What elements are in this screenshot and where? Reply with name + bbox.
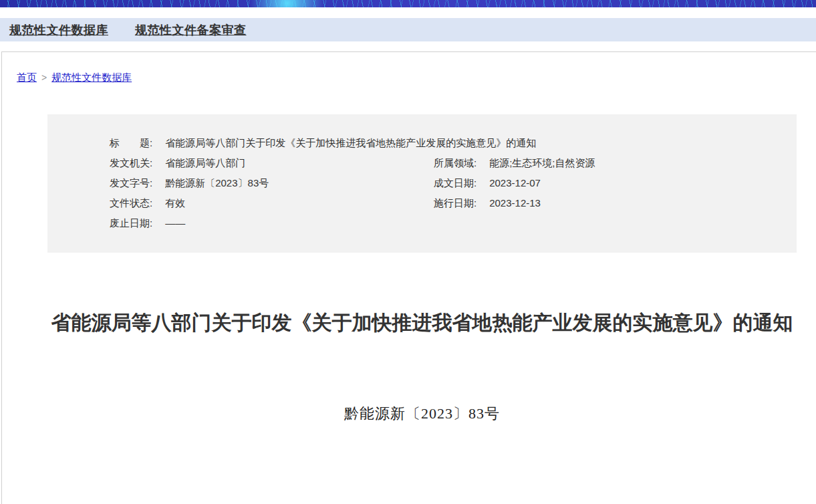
meta-row-status: 文件状态: 有效 施行日期: 2023-12-13 xyxy=(47,193,797,213)
meta-repeal-date-label: 废止日期: xyxy=(110,213,152,233)
document-title: 省能源局等八部门关于印发《关于加快推进我省地热能产业发展的实施意见》的通知 xyxy=(48,305,797,341)
meta-docno-label: 发文字号: xyxy=(110,173,152,193)
meta-issuer-value: 省能源局等八部门 xyxy=(165,153,245,173)
breadcrumb-home-link[interactable]: 首页 xyxy=(17,72,37,83)
meta-row-title: 标 题: 省能源局等八部门关于印发《关于加快推进我省地热能产业发展的实施意见》的… xyxy=(47,133,797,153)
tab-regulatory-file-database[interactable]: 规范性文件数据库 xyxy=(9,22,108,38)
meta-title-field: 标 题: 省能源局等八部门关于印发《关于加快推进我省地热能产业发展的实施意见》的… xyxy=(110,133,434,153)
meta-field-area: 所属领域: 能源;生态环境;自然资源 xyxy=(434,153,595,173)
meta-status-field: 文件状态: 有效 xyxy=(110,193,434,213)
meta-field-area-value: 能源;生态环境;自然资源 xyxy=(489,153,595,173)
meta-title-value: 省能源局等八部门关于印发《关于加快推进我省地热能产业发展的实施意见》的通知 xyxy=(165,133,536,153)
meta-title-label: 标 题: xyxy=(110,133,152,153)
meta-written-date-field: 成文日期: 2023-12-07 xyxy=(434,173,541,193)
meta-written-date-label: 成文日期: xyxy=(434,173,477,193)
meta-repeal-date-value: —— xyxy=(165,213,185,233)
breadcrumb-separator: > xyxy=(41,72,47,83)
document-metadata-box: 标 题: 省能源局等八部门关于印发《关于加快推进我省地热能产业发展的实施意见》的… xyxy=(47,114,797,253)
meta-row-docno: 发文字号: 黔能源新〔2023〕83号 成文日期: 2023-12-07 xyxy=(47,173,797,193)
meta-status-value: 有效 xyxy=(165,193,185,213)
meta-effective-date-field: 施行日期: 2023-12-13 xyxy=(434,193,541,213)
meta-status-label: 文件状态: xyxy=(110,193,152,213)
meta-issuer-field: 发文机关: 省能源局等八部门 xyxy=(110,153,434,173)
meta-field-area-label: 所属领域: xyxy=(434,153,477,173)
meta-effective-date-value: 2023-12-13 xyxy=(489,193,541,213)
breadcrumb-current-link[interactable]: 规范性文件数据库 xyxy=(51,72,132,83)
breadcrumb: 首页>规范性文件数据库 xyxy=(2,52,816,84)
meta-repeal-date-field: 废止日期: —— xyxy=(110,213,434,233)
meta-issuer-label: 发文机关: xyxy=(110,153,152,173)
meta-row-repeal: 废止日期: —— xyxy=(47,213,797,233)
meta-docno-value: 黔能源新〔2023〕83号 xyxy=(165,173,269,193)
meta-written-date-value: 2023-12-07 xyxy=(489,173,541,193)
meta-row-issuer: 发文机关: 省能源局等八部门 所属领域: 能源;生态环境;自然资源 xyxy=(47,153,797,173)
tab-bar: 规范性文件数据库 规范性文件备案审查 xyxy=(0,18,816,41)
content-frame: 首页>规范性文件数据库 标 题: 省能源局等八部门关于印发《关于加快推进我省地热… xyxy=(1,51,816,504)
tab-regulatory-file-record-review[interactable]: 规范性文件备案审查 xyxy=(135,22,247,38)
decorative-tech-banner xyxy=(0,0,816,7)
document-number: 黔能源新〔2023〕83号 xyxy=(2,404,816,424)
meta-docno-field: 发文字号: 黔能源新〔2023〕83号 xyxy=(110,173,434,193)
meta-effective-date-label: 施行日期: xyxy=(434,193,477,213)
